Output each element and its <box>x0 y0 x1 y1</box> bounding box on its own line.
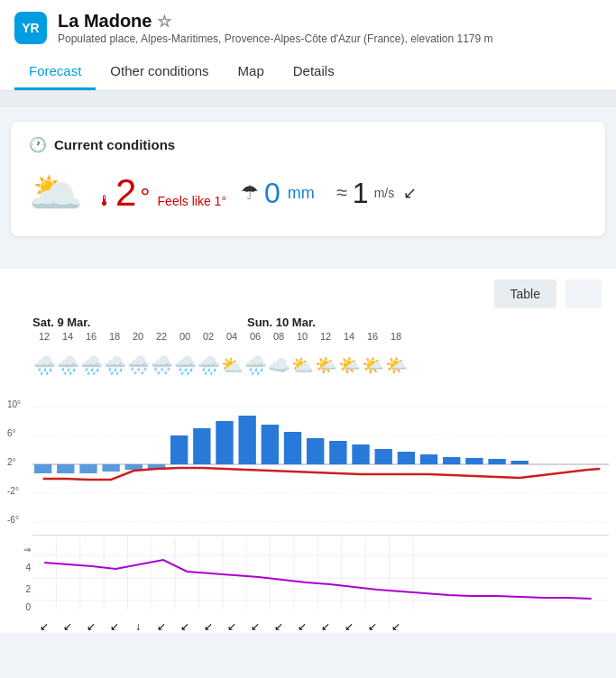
current-temp: 2 <box>115 174 136 212</box>
svg-rect-8 <box>79 464 97 473</box>
wx-icon-12: 🌤️ <box>314 354 337 376</box>
bar-chart: 10° 6° 2° -2° -6° <box>7 389 609 533</box>
wx-icon-11: ⛅ <box>290 354 314 376</box>
wind-dir-3: ↙ <box>103 620 126 633</box>
precipitation-block: ☂ 0 mm <box>241 177 315 210</box>
tab-map[interactable]: Map <box>224 54 279 90</box>
svg-rect-17 <box>284 432 301 464</box>
svg-rect-27 <box>511 461 529 464</box>
svg-rect-12 <box>170 435 188 464</box>
location-name: La Madone <box>58 11 152 32</box>
svg-rect-20 <box>352 444 369 464</box>
precip-unit: mm <box>288 184 315 203</box>
wind-dir-1: ↙ <box>56 620 79 633</box>
weather-icon-cloud: 🌥️ <box>29 168 83 218</box>
svg-rect-21 <box>375 449 392 464</box>
wind-dir-4: ↓ <box>126 620 150 633</box>
wind-dir-7: ↙ <box>197 620 220 633</box>
favorite-icon[interactable]: ☆ <box>157 12 171 32</box>
svg-rect-15 <box>238 416 255 464</box>
svg-rect-10 <box>125 464 143 470</box>
wx-icon-4: 🌨️ <box>126 354 150 376</box>
svg-rect-23 <box>420 454 437 464</box>
day-label-sun: Sun. 10 Mar. <box>247 316 316 329</box>
nav-tabs: Forecast Other conditions Map Details <box>14 54 602 90</box>
svg-rect-19 <box>329 441 346 464</box>
wx-icon-15: 🌤️ <box>384 354 408 376</box>
yr-logo: YR <box>14 12 47 44</box>
y-label-2: 2° <box>7 457 16 467</box>
wind-dir-2: ↙ <box>79 620 103 633</box>
forecast-section: Table Sat. 9 Mar. Sun. 10 Mar. 12 14 16 … <box>0 269 616 633</box>
wx-icon-7: 🌧️ <box>197 354 220 376</box>
wind-y-4: ⇒ <box>7 545 31 554</box>
svg-rect-24 <box>443 457 460 464</box>
y-label-10: 10° <box>7 399 21 409</box>
y-label-neg6: -6° <box>7 515 19 525</box>
hour-labels-row: 12 14 16 18 20 22 00 02 04 06 08 10 12 1… <box>7 331 609 342</box>
wind-icon: ≈ <box>336 181 347 205</box>
svg-rect-16 <box>262 425 279 464</box>
wind-dir-12: ↙ <box>314 620 337 633</box>
wind-dir-14: ↙ <box>361 620 384 633</box>
svg-rect-13 <box>193 428 210 464</box>
svg-rect-22 <box>398 452 415 464</box>
svg-rect-6 <box>34 464 51 473</box>
svg-rect-7 <box>57 464 74 473</box>
wx-icon-2: 🌧️ <box>79 354 103 376</box>
temperature-block: 🌡 2 ° Feels like 1° <box>97 174 226 212</box>
wx-icon-6: 🌧️ <box>173 354 197 376</box>
wind-unit: m/s <box>374 186 395 200</box>
wx-icon-14: 🌤️ <box>361 354 384 376</box>
wx-icon-8: ⛅ <box>220 354 244 376</box>
location-info: La Madone ☆ Populated place, Alpes-Marit… <box>58 11 602 45</box>
wind-y-label-2: 2 <box>7 584 31 594</box>
wind-dir-6: ↙ <box>173 620 197 633</box>
page-header: YR La Madone ☆ Populated place, Alpes-Ma… <box>0 0 616 91</box>
svg-rect-25 <box>465 458 483 464</box>
wx-icon-9: 🌧️ <box>244 354 267 376</box>
wind-dir-5: ↙ <box>150 620 173 633</box>
wind-dir-0: ↙ <box>32 620 56 633</box>
wx-icon-1: 🌧️ <box>56 354 79 376</box>
current-conditions-title: 🕐 Current conditions <box>29 136 587 153</box>
current-conditions-body: 🌥️ 🌡 2 ° Feels like 1° ☂ 0 mm ≈ 1 m/s ↙ <box>29 168 587 218</box>
wind-dir-10: ↙ <box>267 620 290 633</box>
current-conditions-card: 🕐 Current conditions 🌥️ 🌡 2 ° Feels like… <box>11 122 605 236</box>
tab-details[interactable]: Details <box>279 54 349 90</box>
weather-icons-row: 🌧️ 🌧️ 🌧️ 🌧️ 🌨️ 🌨️ 🌧️ 🌧️ ⛅ 🌧️ ☁️ ⛅ 🌤️ 🌤️ … <box>7 345 609 385</box>
thermometer-icon: 🌡 <box>97 193 112 209</box>
wind-dir-9: ↙ <box>244 620 267 633</box>
tab-other-conditions[interactable]: Other conditions <box>96 54 223 90</box>
table-view-button[interactable]: Table <box>494 279 556 308</box>
umbrella-icon: ☂ <box>241 181 259 205</box>
clock-icon: 🕐 <box>29 136 47 153</box>
feels-like: Feels like 1° <box>158 194 226 208</box>
wind-dir-8: ↙ <box>220 620 244 633</box>
svg-rect-14 <box>216 421 233 464</box>
wx-icon-0: 🌧️ <box>32 354 56 376</box>
wx-icon-13: 🌤️ <box>337 354 361 376</box>
main-content: 🕐 Current conditions 🌥️ 🌡 2 ° Feels like… <box>0 122 616 633</box>
wind-y-label-0: 0 <box>7 602 31 612</box>
wind-dir-11: ↙ <box>290 620 314 633</box>
wx-icon-10: ☁️ <box>267 354 290 376</box>
wind-dir-13: ↙ <box>337 620 361 633</box>
day-label-sat: Sat. 9 Mar. <box>32 316 247 329</box>
y-label-neg2: -2° <box>7 486 19 496</box>
svg-rect-18 <box>307 438 324 464</box>
wind-block: ≈ 1 m/s ↙ <box>336 177 417 210</box>
wind-y-label-4: 4 <box>7 563 31 573</box>
feels-like-val: 1° <box>215 194 226 208</box>
wind-chart: ⇒ 4 2 0 <box>7 537 609 618</box>
tab-forecast[interactable]: Forecast <box>14 54 96 90</box>
location-subtitle: Populated place, Alpes-Maritimes, Proven… <box>58 32 602 45</box>
wx-icon-5: 🌨️ <box>150 354 173 376</box>
wind-direction-row: ↙ ↙ ↙ ↙ ↓ ↙ ↙ ↙ ↙ ↙ ↙ ↙ ↙ ↙ ↙ ↙ <box>7 620 609 633</box>
wind-dir-15: ↙ <box>384 620 408 633</box>
precip-value: 0 <box>264 177 280 210</box>
svg-rect-26 <box>488 459 505 464</box>
wx-icon-3: 🌧️ <box>103 354 126 376</box>
wind-direction-icon: ↙ <box>403 183 417 203</box>
temp-degree: ° <box>140 183 150 212</box>
